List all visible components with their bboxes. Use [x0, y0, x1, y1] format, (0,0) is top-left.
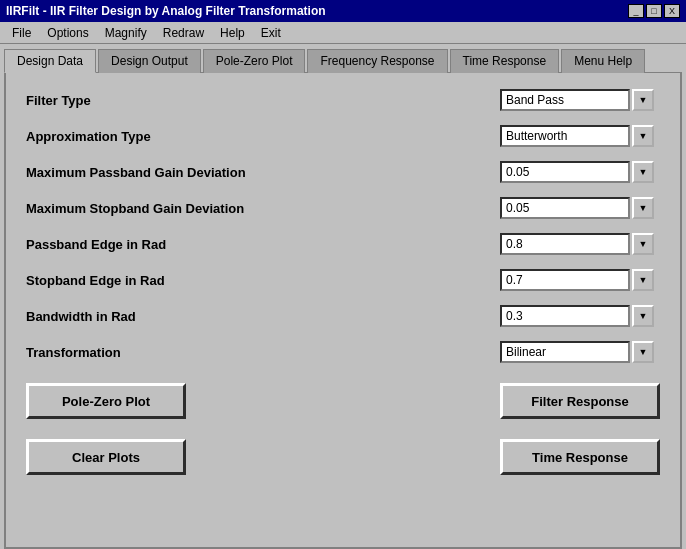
max-stopband-dropdown[interactable] [632, 197, 654, 219]
clear-plots-button[interactable]: Clear Plots [26, 439, 186, 475]
menu-exit[interactable]: Exit [253, 24, 289, 42]
tab-frequency-response[interactable]: Frequency Response [307, 49, 447, 73]
approximation-type-input[interactable] [500, 125, 630, 147]
menu-redraw[interactable]: Redraw [155, 24, 212, 42]
filter-type-row: Filter Type [26, 89, 660, 111]
tab-design-data[interactable]: Design Data [4, 49, 96, 73]
pole-zero-plot-button[interactable]: Pole-Zero Plot [26, 383, 186, 419]
max-passband-dropdown[interactable] [632, 161, 654, 183]
max-passband-row: Maximum Passband Gain Deviation [26, 161, 660, 183]
menu-bar: File Options Magnify Redraw Help Exit [0, 22, 686, 44]
bandwidth-input[interactable] [500, 305, 630, 327]
tab-bar: Design Data Design Output Pole-Zero Plot… [0, 44, 686, 72]
transformation-row: Transformation [26, 341, 660, 363]
filter-type-dropdown[interactable] [632, 89, 654, 111]
max-stopband-row: Maximum Stopband Gain Deviation [26, 197, 660, 219]
approximation-type-label: Approximation Type [26, 129, 500, 144]
approximation-type-dropdown[interactable] [632, 125, 654, 147]
filter-type-control [500, 89, 660, 111]
tab-design-output[interactable]: Design Output [98, 49, 201, 73]
title-bar: IIRFilt - IIR Filter Design by Analog Fi… [0, 0, 686, 22]
tab-pole-zero-plot[interactable]: Pole-Zero Plot [203, 49, 306, 73]
bandwidth-control [500, 305, 660, 327]
transformation-input[interactable] [500, 341, 630, 363]
max-passband-input[interactable] [500, 161, 630, 183]
stopband-edge-input[interactable] [500, 269, 630, 291]
passband-edge-row: Passband Edge in Rad [26, 233, 660, 255]
filter-response-button[interactable]: Filter Response [500, 383, 660, 419]
stopband-edge-dropdown[interactable] [632, 269, 654, 291]
menu-help[interactable]: Help [212, 24, 253, 42]
bandwidth-row: Bandwidth in Rad [26, 305, 660, 327]
stopband-edge-row: Stopband Edge in Rad [26, 269, 660, 291]
max-stopband-control [500, 197, 660, 219]
passband-edge-control [500, 233, 660, 255]
close-button[interactable]: X [664, 4, 680, 18]
stopband-edge-control [500, 269, 660, 291]
max-stopband-label: Maximum Stopband Gain Deviation [26, 201, 500, 216]
content-area: Filter Type Approximation Type Maximum P… [4, 72, 682, 549]
transformation-dropdown[interactable] [632, 341, 654, 363]
transformation-label: Transformation [26, 345, 500, 360]
stopband-edge-label: Stopband Edge in Rad [26, 273, 500, 288]
passband-edge-dropdown[interactable] [632, 233, 654, 255]
max-passband-label: Maximum Passband Gain Deviation [26, 165, 500, 180]
action-row-1: Pole-Zero Plot Filter Response [26, 383, 660, 419]
action-row-2: Clear Plots Time Response [26, 439, 660, 475]
max-passband-control [500, 161, 660, 183]
menu-options[interactable]: Options [39, 24, 96, 42]
filter-type-input[interactable] [500, 89, 630, 111]
window-controls: _ □ X [628, 4, 680, 18]
tab-menu-help[interactable]: Menu Help [561, 49, 645, 73]
approximation-type-control [500, 125, 660, 147]
passband-edge-label: Passband Edge in Rad [26, 237, 500, 252]
menu-file[interactable]: File [4, 24, 39, 42]
maximize-button[interactable]: □ [646, 4, 662, 18]
filter-type-label: Filter Type [26, 93, 500, 108]
transformation-control [500, 341, 660, 363]
passband-edge-input[interactable] [500, 233, 630, 255]
menu-magnify[interactable]: Magnify [97, 24, 155, 42]
minimize-button[interactable]: _ [628, 4, 644, 18]
approximation-type-row: Approximation Type [26, 125, 660, 147]
window-title: IIRFilt - IIR Filter Design by Analog Fi… [6, 4, 326, 18]
bandwidth-dropdown[interactable] [632, 305, 654, 327]
tab-time-response[interactable]: Time Response [450, 49, 560, 73]
time-response-button[interactable]: Time Response [500, 439, 660, 475]
bandwidth-label: Bandwidth in Rad [26, 309, 500, 324]
max-stopband-input[interactable] [500, 197, 630, 219]
